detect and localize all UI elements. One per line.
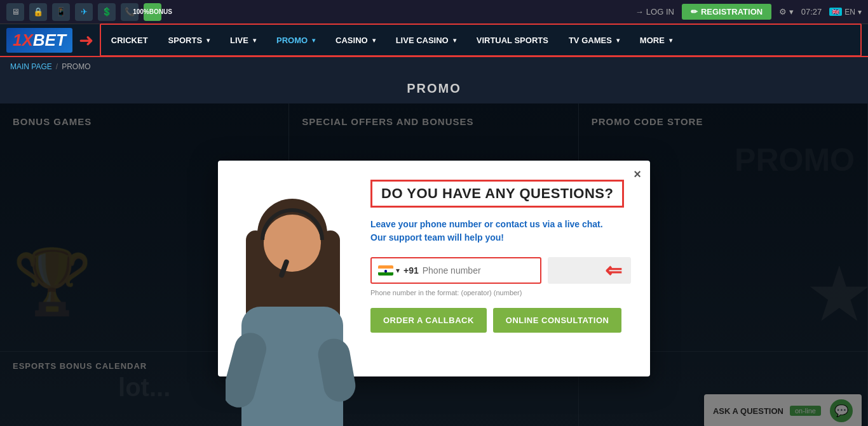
time-display: 07:27 [801,7,822,17]
top-bar: 🖥 🔒 📱 ✈ 💲 📞 100%BONUS → LOG IN ✏ REGISTR… [0,0,868,24]
nav-casino[interactable]: CASINO ▾ [325,25,386,55]
live-casino-dropdown-icon: ▾ [453,37,456,44]
bonus-icon[interactable]: 100%BONUS [144,3,161,21]
breadcrumb-current: PROMO [62,62,90,71]
settings-button[interactable]: ⚙ ▾ [779,7,794,17]
sports-dropdown-icon: ▾ [207,37,210,44]
online-consultation-button[interactable]: ONLINE CONSULTATION [493,308,622,333]
top-bar-left: 🖥 🔒 📱 ✈ 💲 📞 100%BONUS [6,3,161,21]
phone-row: ▾ +91 ⇐ [370,257,631,284]
order-callback-button[interactable]: ORDER A CALLBACK [370,308,487,333]
support-modal: × DO YOU HAVE ANY QUESTIONS? Leave your … [218,161,650,376]
phone-format-hint: Phone number in the format: (operator) (… [370,289,631,296]
nav-items-container: CRICKET SPORTS ▾ LIVE ▾ PROMO ▾ CASINO ▾… [100,23,862,57]
phone-input-container[interactable]: ▾ +91 [370,257,541,284]
desktop-icon[interactable]: 🖥 [6,3,24,21]
live-dropdown-icon: ▾ [253,37,256,44]
tv-games-dropdown-icon: ▾ [616,37,620,44]
modal-content-area: DO YOU HAVE ANY QUESTIONS? Leave your ph… [358,161,650,376]
dollar-icon[interactable]: 💲 [98,3,116,21]
nav-more[interactable]: MORE ▾ [630,25,682,55]
breadcrumb-separator: / [56,62,58,71]
telegram-icon[interactable]: ✈ [75,3,93,21]
modal-subtitle: Leave your phone number or contact us vi… [370,218,631,244]
nav-cricket[interactable]: CRICKET [101,25,158,55]
country-flag [378,265,393,276]
logo-arrow: ➜ [79,30,93,51]
nav-live[interactable]: LIVE ▾ [220,25,266,55]
arrow-container: ⇐ [548,257,631,284]
page-title-bar: PROMO [0,76,868,103]
arrow-right-icon: ⇐ [605,258,622,283]
nav-tv-games[interactable]: TV GAMES ▾ [559,25,630,55]
casino-dropdown-icon: ▾ [372,37,376,44]
nav-promo[interactable]: PROMO ▾ [266,25,325,55]
modal-question-text: DO YOU HAVE ANY QUESTIONS? [370,180,624,208]
more-dropdown-icon: ▾ [669,37,672,44]
top-bar-right: → LOG IN ✏ REGISTRATION ⚙ ▾ 07:27 🇬🇧 EN … [635,4,862,20]
register-button[interactable]: ✏ REGISTRATION [682,4,771,20]
nav-sports[interactable]: SPORTS ▾ [158,25,220,55]
site-logo[interactable]: 1XBET [6,28,72,53]
page-title: PROMO [0,81,868,96]
mobile-icon[interactable]: 📱 [52,3,70,21]
lock-icon[interactable]: 🔒 [29,3,47,21]
modal-overlay: × DO YOU HAVE ANY QUESTIONS? Leave your … [0,103,868,426]
breadcrumb: MAIN PAGE / PROMO [0,57,868,76]
language-selector[interactable]: 🇬🇧 EN ▾ [829,8,862,17]
login-button[interactable]: → LOG IN [635,7,674,17]
breadcrumb-home[interactable]: MAIN PAGE [10,62,52,71]
modal-close-button[interactable]: × [634,167,641,182]
nav-live-casino[interactable]: LIVE CASINO ▾ [386,25,466,55]
navigation-bar: 1XBET ➜ CRICKET SPORTS ▾ LIVE ▾ PROMO ▾ … [0,24,868,57]
nav-virtual-sports[interactable]: VIRTUAL SPORTS [466,25,559,55]
phone-number-input[interactable] [423,265,534,276]
phone-country-code: +91 [403,265,419,276]
main-content: BONUS GAMES 🏆 💰 lot... SPECIAL OFFERS AN… [0,103,868,426]
promo-dropdown-icon: ▾ [312,37,315,44]
country-dropdown[interactable]: ▾ [396,266,400,275]
modal-buttons-row: ORDER A CALLBACK ONLINE CONSULTATION [370,308,631,333]
